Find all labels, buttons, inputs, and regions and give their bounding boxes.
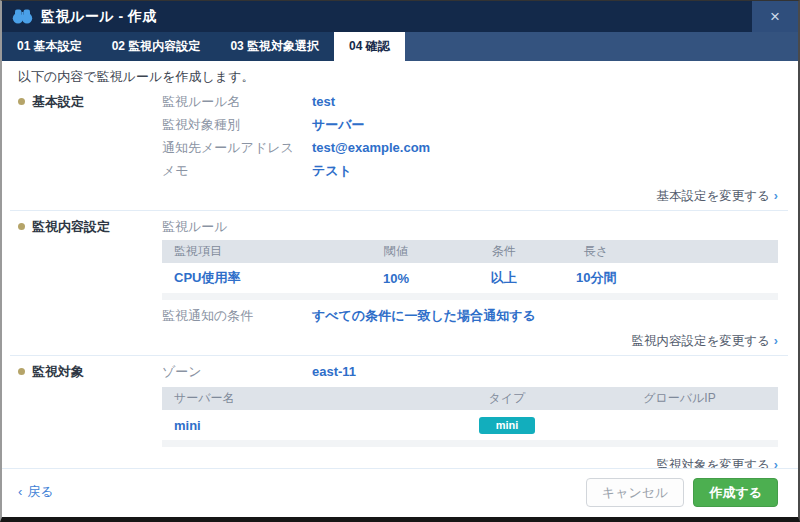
column-header-threshold: 閾値 [334,240,457,263]
server-table: サーバー名 タイプ グローバルIP mini mini [162,387,778,447]
dialog-title: 監視ルール - 作成 [41,8,157,26]
chevron-left-icon: ‹ [18,484,22,499]
change-target-link[interactable]: 監視対象を変更する› [18,457,778,468]
column-header-duration: 長さ [550,240,642,263]
tab-03-target-selection[interactable]: 03 監視対象選択 [215,32,334,61]
chevron-right-icon: › [774,334,778,348]
change-monitor-content-link[interactable]: 監視内容設定を変更する› [18,333,778,349]
field-value: テスト [312,163,352,178]
column-header-server-name: サーバー名 [162,387,433,410]
section-monitor-target: 監視対象 ゾーン east-11 サーバー名 タイプ グローバルIP [18,364,778,455]
back-link[interactable]: ‹戻る [18,483,54,501]
cell-threshold: 10% [334,263,457,293]
confirm-step-content: 以下の内容で監視ルールを作成します。 基本設定 監視ルール名 test 監視対象… [2,61,798,468]
cancel-button[interactable]: キャンセル [586,478,685,507]
section-title: 監視対象 [32,364,84,379]
cell-condition: 以上 [458,263,550,293]
field-value: test@example.com [312,140,430,155]
field-label: メモ [162,163,312,178]
cell-spacer [642,263,778,293]
tab-label: 01 基本設定 [17,38,82,55]
section-basic-settings: 基本設定 監視ルール名 test 監視対象種別 サーバー 通知先メールアドレス … [18,94,778,186]
intro-text: 以下の内容で監視ルールを作成します。 [18,69,778,84]
section-bullet-icon [18,368,25,375]
cell-duration: 10分間 [550,263,642,293]
tab-label: 04 確認 [349,38,390,55]
cell-server-type: mini [433,410,581,440]
section-bullet-icon [18,98,25,105]
close-icon: × [770,7,780,27]
monitoring-rule-create-dialog: 監視ルール - 作成 × 01 基本設定 02 監視内容設定 03 監視対象選択… [0,0,800,522]
column-header-condition: 条件 [458,240,550,263]
column-header-spacer [642,240,778,263]
field-row: 監視対象種別 サーバー [162,117,778,132]
tab-01-basic-settings[interactable]: 01 基本設定 [2,32,97,61]
server-type-badge: mini [479,417,536,434]
dialog-footer: ‹戻る キャンセル 作成する [2,468,798,517]
field-label: 監視対象種別 [162,117,312,132]
notify-condition-row: 監視通知の条件 すべての条件に一致した場合通知する [162,308,778,323]
change-basic-settings-link[interactable]: 基本設定を変更する› [18,188,778,204]
field-label: 監視ルール名 [162,94,312,109]
tab-label: 02 監視内容設定 [112,38,201,55]
cell-server-name: mini [162,410,433,440]
create-button[interactable]: 作成する [693,478,778,507]
chevron-right-icon: › [774,189,778,203]
field-row: 通知先メールアドレス test@example.com [162,140,778,155]
field-label: ゾーン [162,364,312,379]
column-header-global-ip: グローバルIP [581,387,778,410]
close-button[interactable]: × [752,1,798,32]
field-value: test [312,94,335,109]
field-value: east-11 [312,364,356,379]
column-header-item: 監視項目 [162,240,334,263]
section-title: 監視内容設定 [32,219,110,234]
field-row: メモ テスト [162,163,778,178]
monitor-rule-table: 監視項目 閾値 条件 長さ CPU使用率 10% 以上 [162,240,778,300]
field-value: すべての条件に一致した場合通知する [312,308,536,323]
section-title: 基本設定 [32,94,84,109]
dialog-titlebar: 監視ルール - 作成 × [2,1,798,32]
field-value: サーバー [312,117,365,132]
section-bullet-icon [18,223,25,230]
cell-global-ip [581,410,778,440]
wizard-tab-bar: 01 基本設定 02 監視内容設定 03 監視対象選択 04 確認 [2,32,798,61]
field-label: 監視通知の条件 [162,308,312,323]
cell-monitor-item: CPU使用率 [162,263,334,293]
field-label: 通知先メールアドレス [162,140,312,155]
monitor-rule-label: 監視ルール [162,219,778,234]
monitor-rule-row: CPU使用率 10% 以上 10分間 [162,263,778,293]
zone-row: ゾーン east-11 [162,364,778,379]
tab-label: 03 監視対象選択 [230,38,319,55]
section-divider [10,210,788,211]
section-monitor-content: 監視内容設定 監視ルール 監視項目 閾値 条件 長さ [18,219,778,331]
tab-04-confirm[interactable]: 04 確認 [334,32,405,61]
field-row: 監視ルール名 test [162,94,778,109]
tab-02-monitor-content-settings[interactable]: 02 監視内容設定 [97,32,216,61]
binoculars-icon [12,9,33,24]
server-row: mini mini [162,410,778,440]
section-divider [10,355,788,356]
column-header-type: タイプ [433,387,581,410]
chevron-right-icon: › [774,458,778,468]
